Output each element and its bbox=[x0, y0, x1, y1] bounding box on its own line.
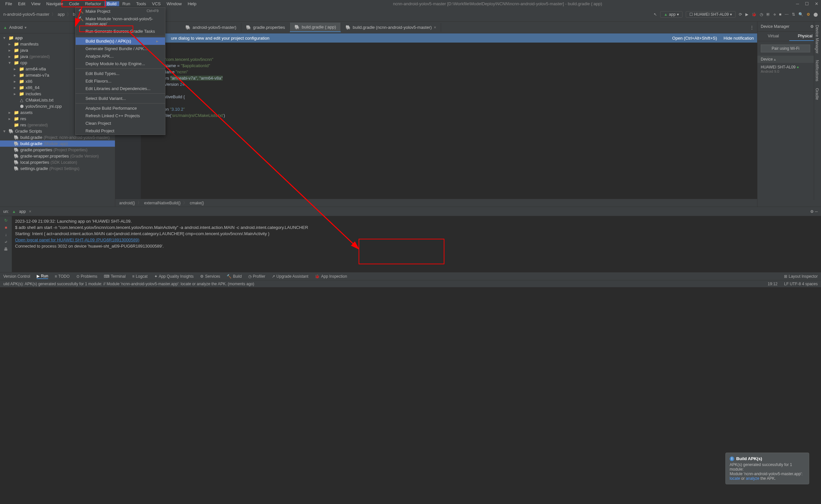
code-breadcrumb-item[interactable]: cmake{} bbox=[190, 201, 204, 205]
minimize-icon[interactable]: ─ bbox=[796, 1, 799, 6]
locate-link[interactable]: locate bbox=[730, 476, 740, 481]
breadcrumb-item[interactable]: n-android-yolov5-master bbox=[3, 12, 49, 17]
tool-layout-inspector[interactable]: ⊞Layout Inspector bbox=[784, 274, 818, 279]
more-icon[interactable]: ⋯ bbox=[785, 12, 789, 17]
more-tabs-icon[interactable]: ⋮ bbox=[747, 25, 757, 30]
build-menu-item[interactable]: Select Build Variant... bbox=[76, 95, 165, 102]
settings-icon[interactable]: ⚙ bbox=[807, 12, 810, 17]
device-item[interactable]: HUAWEI SHT-AL09 ● Android 9.0 bbox=[757, 63, 821, 75]
build-menu-item[interactable]: 🔨Make Module 'ncnn-android-yolov5-master… bbox=[76, 15, 165, 28]
tree-item[interactable]: 🐘build.gradle (Module :app) bbox=[0, 140, 115, 147]
back-icon[interactable]: ↖ bbox=[654, 12, 657, 17]
run-tab-label[interactable]: app bbox=[19, 209, 26, 214]
sync-icon[interactable]: ⟳ bbox=[739, 12, 742, 17]
open-project-structure-link[interactable]: Open (Ctrl+Alt+Shift+S) bbox=[672, 36, 717, 41]
tool-services[interactable]: ⚙Services bbox=[200, 274, 220, 279]
code-breadcrumb-item[interactable]: externalNativeBuild{} bbox=[144, 201, 180, 205]
run-console: un: ▲ app × ⚙ ─ ↻ ■ ↓ ⤶ 🖶 2023-12-09 21:… bbox=[0, 207, 821, 272]
debug-icon[interactable]: 🐞 bbox=[752, 12, 756, 17]
tool-logcat[interactable]: ≡Logcat bbox=[132, 274, 148, 279]
menu-vcs[interactable]: VCS bbox=[149, 1, 163, 6]
tool-profiler[interactable]: ◷Profiler bbox=[248, 274, 265, 279]
tool-problems[interactable]: ⊙Problems bbox=[76, 274, 98, 279]
menu-refactor[interactable]: Refactor bbox=[83, 1, 104, 6]
profile-icon[interactable]: ◷ bbox=[760, 12, 763, 17]
menu-help[interactable]: Help bbox=[185, 1, 199, 6]
vtab-gradle[interactable]: Gradle bbox=[814, 85, 820, 103]
tree-item[interactable]: 🐘settings.gradle (Project Settings) bbox=[0, 165, 115, 172]
device-manager-title: Device Manager bbox=[761, 24, 789, 29]
stop-icon[interactable]: ■ bbox=[5, 225, 7, 230]
tree-item[interactable]: 🐘local.properties (SDK Location) bbox=[0, 159, 115, 165]
close-icon[interactable]: ✕ bbox=[815, 1, 818, 6]
print-icon[interactable]: 🖶 bbox=[4, 247, 8, 252]
build-menu-item[interactable]: Rebuild Project bbox=[76, 127, 165, 135]
coverage-icon[interactable]: ⛨ bbox=[766, 12, 770, 17]
down-icon[interactable]: ↓ bbox=[5, 233, 7, 237]
editor-tab[interactable]: 🐘gradle.properties bbox=[241, 23, 290, 32]
tool-build[interactable]: 🔨Build bbox=[227, 274, 242, 279]
rerun-icon[interactable]: ↻ bbox=[4, 218, 8, 223]
close-icon[interactable]: × bbox=[29, 209, 31, 214]
git-icon[interactable]: ⇅ bbox=[792, 12, 795, 17]
open-logcat-link[interactable]: Open logcat panel for HUAWEI SHT-AL09 (P… bbox=[15, 237, 140, 242]
code-content[interactable]: ~ersion 24 ~ig { ~tionId "com.tencent.yo… bbox=[141, 43, 757, 199]
menu-navigate[interactable]: Navigate bbox=[44, 1, 65, 6]
editor-tab[interactable]: 🐘build.gradle (ncnn-android-yolov5-maste… bbox=[341, 23, 441, 32]
tool-run[interactable]: ▶Run bbox=[37, 274, 48, 279]
analyze-link[interactable]: analyze bbox=[746, 476, 759, 481]
tree-item[interactable]: 🐘build.gradle (Project: ncnn-android-yol… bbox=[0, 134, 115, 140]
editor-tab[interactable]: 🐘build.gradle (:app) bbox=[290, 23, 341, 32]
vtab-device-manager[interactable]: Device Manager bbox=[814, 22, 820, 57]
vtab-notifications[interactable]: Notifications bbox=[814, 57, 820, 84]
tab-virtual[interactable]: Virtual bbox=[757, 32, 789, 41]
pair-wifi-button[interactable]: Pair using Wi-Fi bbox=[761, 45, 810, 52]
run-config-selector[interactable]: ▲ app ▾ bbox=[660, 11, 682, 18]
breadcrumb-item[interactable]: app bbox=[58, 12, 65, 17]
tool-upgrade-assistant[interactable]: ↗Upgrade Assistant bbox=[272, 274, 308, 279]
tool-app-inspection[interactable]: 🐞App Inspection bbox=[315, 274, 347, 279]
tool-app-quality-insights[interactable]: ✦App Quality Insights bbox=[154, 274, 194, 279]
help-icon[interactable]: ⬤ bbox=[813, 12, 818, 17]
build-menu-item[interactable]: Analyze Build Performance bbox=[76, 104, 165, 112]
build-menu-item[interactable]: Edit Build Types... bbox=[76, 70, 165, 77]
android-icon: ▲ bbox=[3, 25, 7, 30]
code-breadcrumb-item[interactable]: android{} bbox=[119, 201, 135, 205]
project-view-label: Android bbox=[9, 25, 23, 30]
editor-tab[interactable]: 🐘android-yolov5-master) bbox=[181, 23, 241, 32]
tree-item[interactable]: 🐘gradle.properties (Project Properties) bbox=[0, 147, 115, 153]
maximize-icon[interactable]: ☐ bbox=[805, 1, 809, 6]
build-menu-item[interactable]: Run Generate Sources Gradle Tasks bbox=[76, 28, 165, 35]
search-icon[interactable]: 🔍 bbox=[798, 12, 803, 17]
menu-view[interactable]: View bbox=[28, 1, 43, 6]
build-menu-item[interactable]: Refresh Linked C++ Projects bbox=[76, 112, 165, 120]
tool-terminal[interactable]: ⌨Terminal bbox=[104, 274, 125, 279]
build-menu-item[interactable]: Edit Flavors... bbox=[76, 77, 165, 85]
attach-icon[interactable]: ⎆ bbox=[774, 12, 776, 17]
build-menu-item[interactable]: Generate Signed Bundle / APK... bbox=[76, 45, 165, 52]
device-selector[interactable]: ☐ HUAWEI SHT-AL09 ▾ bbox=[686, 11, 736, 18]
build-menu-item[interactable]: Analyze APK... bbox=[76, 52, 165, 60]
menu-edit[interactable]: Edit bbox=[15, 1, 28, 6]
tree-item[interactable]: 🐘gradle-wrapper.properties (Gradle Versi… bbox=[0, 153, 115, 159]
build-menu-item[interactable]: Edit Libraries and Dependencies... bbox=[76, 85, 165, 92]
build-menu-item[interactable]: Clean Project bbox=[76, 120, 165, 127]
gear-icon[interactable]: ⚙ ─ bbox=[810, 209, 818, 214]
build-menu-item[interactable]: Deploy Module to App Engine... bbox=[76, 60, 165, 67]
menu-build[interactable]: Build bbox=[104, 1, 119, 6]
build-menu-item[interactable]: Build Bundle(s) / APK(s)▸ bbox=[76, 37, 165, 45]
menu-run[interactable]: Run bbox=[120, 1, 133, 6]
run-icon[interactable]: ▶ bbox=[745, 12, 748, 17]
menu-file[interactable]: File bbox=[3, 1, 15, 6]
console-output[interactable]: 2023-12-09 21:09:32: Launching app on 'H… bbox=[12, 216, 821, 272]
wrap-icon[interactable]: ⤶ bbox=[4, 240, 8, 244]
stop-icon[interactable]: ■ bbox=[779, 12, 781, 17]
hide-notification-link[interactable]: Hide notification bbox=[724, 36, 754, 41]
tool-todo[interactable]: ≡TODO bbox=[55, 274, 69, 279]
code-editor[interactable]: 514151718192021222324 ~ersion 24 ~ig { ~… bbox=[115, 43, 757, 199]
menu-tools[interactable]: Tools bbox=[134, 1, 149, 6]
build-menu-item[interactable]: 🔨Make ProjectCtrl+F9 bbox=[76, 8, 165, 15]
menu-code[interactable]: Code bbox=[66, 1, 82, 6]
menu-window[interactable]: Window bbox=[164, 1, 184, 6]
tool-version-control[interactable]: Version Control bbox=[3, 274, 30, 279]
